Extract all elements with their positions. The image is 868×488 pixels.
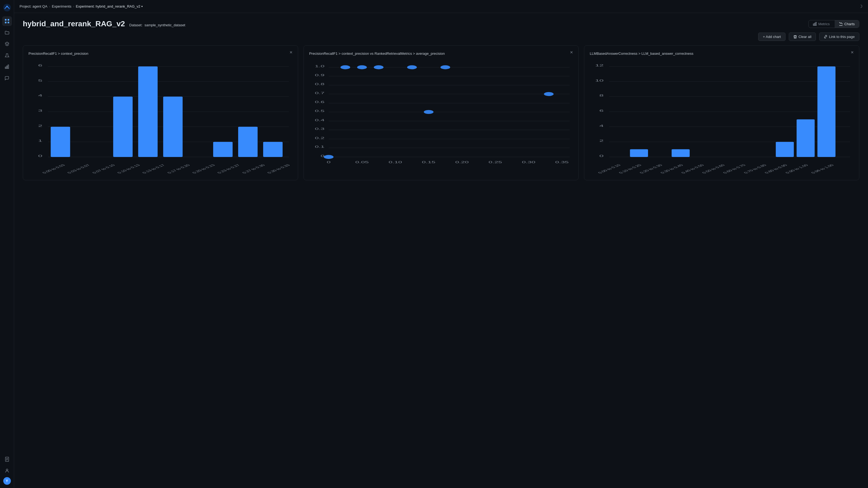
svg-text:0.20: 0.20 [455, 161, 469, 164]
svg-text:2: 2 [599, 139, 604, 142]
svg-text:6: 6 [38, 63, 42, 67]
svg-rect-99 [776, 142, 794, 157]
svg-rect-2 [5, 19, 6, 21]
svg-point-75 [323, 155, 333, 159]
svg-text:0.5: 0.5 [315, 109, 324, 112]
svg-text:4: 4 [599, 124, 604, 127]
breadcrumb-sep-2: › [73, 4, 74, 8]
svg-text:6: 6 [599, 109, 604, 112]
chart-title-3: LLMBasedAnswerCorrectness > LLM_based_an… [590, 51, 854, 56]
bar-chart-3: 0 2 4 6 8 10 12 [590, 61, 854, 174]
svg-rect-29 [113, 97, 133, 157]
svg-text:0.17 to 0.20: 0.17 to 0.20 [166, 163, 191, 174]
link-to-page-button[interactable]: Link to this page [819, 33, 859, 41]
main-content: Project: agent QA › Experiments › Experi… [14, 0, 868, 488]
chart-card-1: PrecisionRecallF1 > context_precision ✕ … [23, 45, 298, 180]
svg-point-82 [440, 65, 450, 69]
topbar: Project: agent QA › Experiments › Experi… [14, 0, 868, 13]
svg-rect-8 [8, 65, 9, 69]
sidebar-item-layers[interactable] [2, 39, 12, 49]
svg-text:4: 4 [38, 94, 42, 97]
svg-text:0.03 to 0.07: 0.03 to 0.07 [66, 164, 91, 174]
svg-text:0.9: 0.9 [315, 73, 324, 77]
svg-rect-101 [817, 66, 836, 157]
chart-container-2: 0 0.1 0.2 0.3 0.4 0.5 0.6 0.7 0.8 0.9 1.… [309, 61, 573, 174]
breadcrumb-project[interactable]: Project: agent QA [20, 4, 48, 8]
bar-chart-1: 0 1 2 3 4 5 6 [29, 61, 292, 174]
svg-text:0.27 to 0.30: 0.27 to 0.30 [241, 163, 266, 174]
svg-text:0.10 to 0.13: 0.10 to 0.13 [116, 163, 141, 174]
svg-text:0.7: 0.7 [315, 91, 324, 95]
svg-point-79 [357, 65, 367, 69]
svg-text:0.07 to 0.10: 0.07 to 0.10 [91, 163, 116, 174]
chart-container-1: 0 1 2 3 4 5 6 [29, 61, 292, 174]
sidebar-item-docs[interactable] [2, 454, 12, 464]
svg-text:0.1: 0.1 [315, 145, 324, 148]
sidebar-item-charts[interactable] [2, 62, 12, 72]
sidebar-item-folder[interactable] [2, 28, 12, 37]
trash-icon [794, 35, 797, 38]
breadcrumb-experiment[interactable]: Experiment: hybrid_and_rerank_RAG_v2 ▾ [76, 4, 143, 8]
svg-rect-28 [51, 127, 70, 157]
svg-point-81 [407, 65, 417, 69]
chart-close-2[interactable]: ✕ [568, 50, 575, 55]
svg-text:0: 0 [38, 154, 42, 158]
svg-text:0.35: 0.35 [555, 161, 568, 164]
svg-rect-7 [6, 66, 7, 69]
svg-rect-12 [814, 23, 815, 26]
tab-bar: Metrics Charts [808, 20, 859, 28]
dataset-name: sample_synthetic_dataset [145, 23, 185, 27]
user-avatar[interactable]: Y [3, 477, 11, 485]
svg-rect-31 [163, 97, 183, 157]
svg-text:10: 10 [595, 78, 603, 82]
sidebar-item-experiments[interactable] [2, 51, 12, 60]
sidebar-item-home[interactable] [2, 16, 12, 26]
breadcrumb-experiments[interactable]: Experiments [52, 4, 71, 8]
clear-all-button[interactable]: Clear all [789, 33, 816, 41]
svg-text:1.0: 1.0 [315, 65, 324, 68]
breadcrumb-sep-1: › [49, 4, 50, 8]
svg-text:0: 0 [327, 161, 330, 164]
svg-text:0.30: 0.30 [522, 161, 535, 164]
svg-rect-30 [138, 66, 158, 157]
svg-text:1: 1 [38, 139, 42, 142]
title-group: hybrid_and_rerank_RAG_v2 Dataset: sample… [23, 20, 185, 28]
chart-card-2: PrecisionRecallF1 > context_precision vs… [304, 45, 579, 180]
svg-text:0.4: 0.4 [315, 118, 324, 122]
theme-toggle-icon[interactable]: ☽ [859, 4, 863, 9]
svg-rect-32 [213, 142, 233, 157]
svg-text:0.6: 0.6 [315, 100, 324, 104]
svg-text:0.3: 0.3 [315, 127, 324, 130]
svg-point-77 [544, 92, 554, 96]
svg-point-78 [340, 65, 350, 69]
svg-rect-11 [813, 24, 814, 26]
svg-rect-3 [8, 19, 9, 21]
dataset-label: Dataset: sample_synthetic_dataset [129, 23, 185, 27]
svg-text:0.25: 0.25 [489, 161, 502, 164]
svg-rect-4 [5, 22, 6, 23]
toolbar: + Add chart Clear all Link to this page [14, 33, 868, 45]
page-title: hybrid_and_rerank_RAG_v2 [23, 20, 125, 28]
add-chart-button[interactable]: + Add chart [758, 33, 785, 41]
link-icon [824, 35, 827, 38]
svg-rect-33 [238, 127, 258, 157]
tab-metrics[interactable]: Metrics [809, 20, 834, 28]
sidebar: Y [0, 0, 14, 488]
svg-point-10 [6, 469, 8, 470]
svg-text:8: 8 [599, 94, 604, 97]
svg-point-80 [374, 65, 383, 69]
svg-point-1 [6, 6, 8, 7]
svg-text:0.30 to 0.33: 0.30 to 0.33 [266, 163, 291, 174]
app-logo[interactable] [3, 3, 11, 12]
svg-text:2: 2 [38, 124, 42, 127]
svg-text:0.10: 0.10 [389, 161, 402, 164]
svg-rect-6 [5, 67, 6, 69]
tab-charts[interactable]: Charts [835, 20, 859, 28]
sidebar-item-chat[interactable] [2, 73, 12, 83]
svg-rect-34 [263, 142, 283, 157]
chart-close-1[interactable]: ✕ [288, 50, 294, 55]
svg-text:0.2: 0.2 [315, 136, 324, 140]
chevron-down-icon: ▾ [141, 5, 143, 8]
sidebar-item-user[interactable] [2, 466, 12, 476]
chart-close-3[interactable]: ✕ [849, 50, 855, 55]
